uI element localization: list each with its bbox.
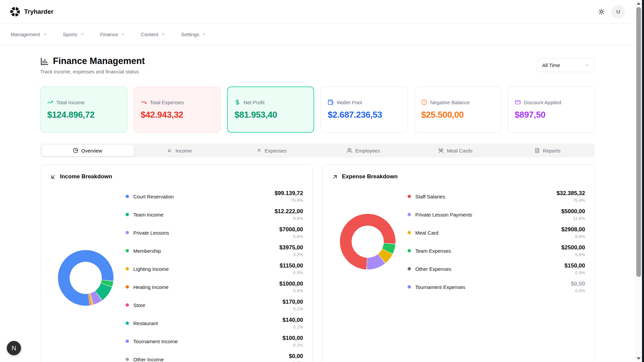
legend-color-dot bbox=[126, 358, 129, 361]
legend-percent: 79.4% bbox=[275, 198, 303, 203]
topbar: Tryharder U bbox=[0, 0, 635, 23]
stat-value: $81.953,40 bbox=[234, 110, 307, 120]
legend-item-private-lesson-payments: Private Lesson Payments$5000,0011.6% bbox=[408, 205, 585, 224]
main-nav: ManagementSportsFinanceContentSettings bbox=[0, 23, 635, 45]
stat-value: $2.687.236,53 bbox=[328, 110, 401, 120]
brand-logo-icon bbox=[10, 7, 20, 17]
legend-color-dot bbox=[408, 285, 411, 289]
stat-card-negative-balance[interactable]: Negative Balance$25.500,00 bbox=[414, 86, 501, 133]
nav-item-finance[interactable]: Finance bbox=[100, 32, 125, 37]
brand-name: Tryharder bbox=[24, 8, 54, 15]
nav-item-settings[interactable]: Settings bbox=[181, 32, 207, 37]
legend-value: $0,00 bbox=[289, 353, 303, 360]
legend-label: Membership bbox=[126, 248, 161, 254]
legend-color-dot bbox=[126, 303, 129, 307]
legend-color-dot bbox=[408, 195, 411, 198]
legend-label: Tournament Expenses bbox=[408, 284, 465, 290]
nav-item-content[interactable]: Content bbox=[141, 32, 166, 37]
stat-card-discount-applied[interactable]: Discount Applied$897,50 bbox=[508, 86, 595, 133]
nav-item-label: Finance bbox=[100, 32, 118, 37]
theme-toggle-button[interactable] bbox=[598, 8, 605, 15]
scroll-down-arrow[interactable] bbox=[637, 357, 641, 360]
legend-label: Restaurant bbox=[126, 320, 158, 326]
legend-color-dot bbox=[126, 285, 129, 289]
dev-tools-button[interactable]: N bbox=[7, 341, 21, 355]
legend-label: Meal Card bbox=[408, 230, 438, 236]
expense-donut-chart bbox=[340, 214, 396, 269]
legend-value: $7000,00 bbox=[279, 226, 303, 233]
income-legend: Court Reservation$99.139,7279.4%Team Inc… bbox=[126, 187, 303, 362]
legend-item-restaurant: Restaurant$140,000.1% bbox=[126, 314, 303, 332]
legend-label: Other Income bbox=[126, 357, 164, 362]
legend-label: Team Income bbox=[126, 212, 163, 218]
legend-item-court-reservation: Court Reservation$99.139,7279.4% bbox=[126, 187, 303, 205]
stat-card-wallet-pool[interactable]: Wallet Pool$2.687.236,53 bbox=[320, 86, 408, 133]
income-breakdown-panel: Income Breakdown Court Reservation$99.13… bbox=[40, 164, 313, 362]
legend-percent: 0.1% bbox=[283, 343, 303, 348]
stat-card-total-expenses[interactable]: Total Expenses$42.943,32 bbox=[134, 86, 221, 133]
user-avatar[interactable]: U bbox=[612, 5, 625, 18]
legend-item-tournament-income: Tournament Income$100,000.1% bbox=[126, 332, 303, 350]
dollar-sign-icon bbox=[234, 99, 240, 105]
legend-value: $150,00 bbox=[565, 262, 585, 269]
tab-label: Meal Cards bbox=[447, 148, 473, 154]
nav-item-label: Sports bbox=[63, 32, 77, 37]
legend-value: $3975,00 bbox=[279, 244, 303, 251]
legend-color-dot bbox=[408, 231, 411, 234]
chevron-down-icon bbox=[80, 32, 85, 37]
stat-label: Discount Applied bbox=[515, 99, 588, 105]
expense-breakdown-panel: Expense Breakdown Staff Salaries$32.385,… bbox=[322, 164, 595, 362]
legend-percent: 0.8% bbox=[279, 288, 303, 293]
legend-color-dot bbox=[126, 321, 129, 325]
legend-percent: 5.8% bbox=[561, 252, 585, 257]
stat-label: Wallet Pool bbox=[328, 99, 401, 105]
tab-reports[interactable]: Reports bbox=[501, 145, 593, 156]
legend-item-other-income: Other Income$0,000.0% bbox=[126, 350, 303, 362]
tab-expenses[interactable]: Expenses bbox=[225, 145, 317, 156]
chevron-down-icon bbox=[202, 32, 207, 37]
legend-percent: 9.8% bbox=[275, 216, 303, 221]
legend-item-staff-salaries: Staff Salaries$32.385,3275.4% bbox=[408, 187, 585, 205]
legend-percent: 5.6% bbox=[279, 234, 303, 239]
legend-color-dot bbox=[126, 213, 129, 216]
utensils-crossed-icon bbox=[438, 148, 444, 153]
tab-label: Income bbox=[175, 148, 192, 154]
expense-panel-header: Expense Breakdown bbox=[323, 165, 594, 186]
legend-label: Private Lesson Payments bbox=[408, 212, 472, 218]
scroll-up-arrow[interactable] bbox=[637, 2, 641, 5]
legend-percent: 0.9% bbox=[280, 270, 303, 275]
legend-item-tournament-expenses: Tournament Expenses$0,000.0% bbox=[408, 278, 585, 296]
tab-label: Expenses bbox=[265, 148, 287, 154]
legend-value: $12.222,00 bbox=[275, 208, 303, 215]
brand[interactable]: Tryharder bbox=[10, 7, 54, 17]
topbar-actions: U bbox=[598, 5, 625, 18]
wallet-icon bbox=[328, 99, 334, 105]
tab-overview[interactable]: Overview bbox=[42, 145, 134, 156]
stats-row: Total Income$124.896,72Total Expenses$42… bbox=[40, 86, 595, 133]
tab-employees[interactable]: Employees bbox=[317, 145, 410, 156]
legend-item-store: Store$170,000.1% bbox=[126, 296, 303, 314]
stat-card-total-income[interactable]: Total Income$124.896,72 bbox=[40, 86, 127, 133]
legend-color-dot bbox=[408, 213, 411, 216]
chevron-down-icon bbox=[121, 32, 125, 37]
legend-percent: 0.1% bbox=[283, 324, 303, 329]
income-arrow-icon bbox=[50, 174, 56, 180]
file-text-icon bbox=[534, 148, 540, 153]
legend-color-dot bbox=[408, 249, 411, 252]
legend-label: Lighting Income bbox=[126, 266, 169, 272]
stat-card-net-profit[interactable]: Net Profit$81.953,40 bbox=[227, 86, 314, 133]
stat-value: $25.500,00 bbox=[421, 110, 494, 120]
scrollbar[interactable] bbox=[635, 0, 642, 362]
legend-percent: 0.1% bbox=[283, 306, 303, 311]
nav-item-management[interactable]: Management bbox=[11, 32, 48, 37]
legend-item-team-income: Team Income$12.222,009.8% bbox=[126, 205, 303, 224]
expense-panel-title: Expense Breakdown bbox=[342, 173, 398, 180]
time-filter-select[interactable]: All Time bbox=[537, 58, 595, 72]
tab-income[interactable]: Income bbox=[134, 145, 226, 156]
income-panel-header: Income Breakdown bbox=[41, 165, 312, 186]
tab-meal-cards[interactable]: Meal Cards bbox=[410, 145, 502, 156]
nav-item-sports[interactable]: Sports bbox=[63, 32, 85, 37]
stat-value: $42.943,32 bbox=[141, 110, 214, 120]
scrollbar-thumb[interactable] bbox=[636, 7, 641, 277]
users-icon bbox=[347, 148, 352, 153]
